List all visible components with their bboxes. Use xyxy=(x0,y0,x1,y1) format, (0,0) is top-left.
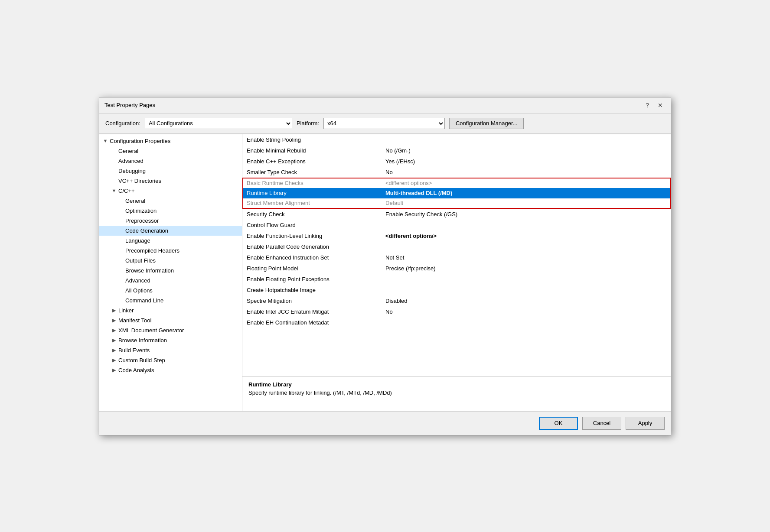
prop-row[interactable]: Control Flow Guard xyxy=(242,220,671,230)
prop-row[interactable]: Enable Floating Point Exceptions xyxy=(242,274,671,285)
prop-row[interactable]: Enable Parallel Code Generation xyxy=(242,241,671,252)
tree-item-cpp-advanced[interactable]: Advanced xyxy=(99,276,242,285)
ok-button[interactable]: OK xyxy=(539,417,578,430)
prop-name: Enable EH Continuation Metadat xyxy=(247,319,385,326)
tree-label-cpp-general: General xyxy=(125,198,145,204)
prop-name: Enable String Pooling xyxy=(247,136,385,143)
prop-name: Control Flow Guard xyxy=(247,222,385,228)
prop-row[interactable]: Enable Minimal RebuildNo (/Gm-) xyxy=(242,145,671,156)
tree-expand-icon-custom-build: ▶ xyxy=(111,357,117,363)
prop-name: Struct Member Alignment xyxy=(247,200,385,206)
tree-item-manifest[interactable]: ▶Manifest Tool xyxy=(99,315,242,325)
prop-name: Spectre Mitigation xyxy=(247,298,385,304)
close-button[interactable]: ✕ xyxy=(655,101,666,110)
tree-item-cpp-precompiled[interactable]: Precompiled Headers xyxy=(99,246,242,256)
tree-label-cpp-precompiled: Precompiled Headers xyxy=(125,247,179,254)
prop-name: Floating Point Model xyxy=(247,265,385,272)
tree-label-cpp: C/C++ xyxy=(118,188,135,194)
tree-item-cpp-codegen[interactable]: Code Generation xyxy=(99,226,242,236)
prop-row[interactable]: Security CheckEnable Security Check (/GS… xyxy=(242,209,671,220)
prop-value: <different options> xyxy=(385,180,666,186)
prop-row[interactable]: Runtime LibraryMulti-threaded DLL (/MD) xyxy=(242,188,671,198)
cancel-button[interactable]: Cancel xyxy=(582,417,621,430)
prop-value: No xyxy=(385,308,666,315)
tree-expand-icon-manifest: ▶ xyxy=(111,318,117,323)
prop-value: Disabled xyxy=(385,298,666,304)
prop-row[interactable]: Enable EH Continuation Metadat xyxy=(242,317,671,328)
prop-row[interactable]: Floating Point ModelPrecise (/fp:precise… xyxy=(242,263,671,274)
tree-item-code-analysis[interactable]: ▶Code Analysis xyxy=(99,365,242,375)
tree-item-cpp-preprocessor[interactable]: Preprocessor xyxy=(99,216,242,226)
prop-row[interactable]: Enable Enhanced Instruction SetNot Set xyxy=(242,252,671,263)
prop-name: Security Check xyxy=(247,211,385,217)
tree-item-cpp-language[interactable]: Language xyxy=(99,236,242,246)
tree-label-build-events: Build Events xyxy=(118,347,150,354)
main-content: ▼Configuration PropertiesGeneralAdvanced… xyxy=(99,134,671,411)
tree-expand-icon-build-events: ▶ xyxy=(111,347,117,353)
prop-value: Default xyxy=(385,200,666,206)
tree-item-config-props[interactable]: ▼Configuration Properties xyxy=(99,136,242,146)
prop-name: Enable Parallel Code Generation xyxy=(247,243,385,250)
tree-item-cpp-general[interactable]: General xyxy=(99,196,242,206)
tree-label-debugging: Debugging xyxy=(118,168,146,174)
tree-item-custom-build[interactable]: ▶Custom Build Step xyxy=(99,355,242,365)
prop-name: Enable Function-Level Linking xyxy=(247,233,385,239)
prop-value: Multi-threaded DLL (/MD) xyxy=(385,190,666,196)
tree-item-cpp-output[interactable]: Output Files xyxy=(99,256,242,266)
prop-value: Enable Security Check (/GS) xyxy=(385,211,666,217)
prop-row[interactable]: Struct Member AlignmentDefault xyxy=(242,198,671,209)
prop-row[interactable]: Enable C++ ExceptionsYes (/EHsc) xyxy=(242,156,671,167)
tree-item-cpp[interactable]: ▼C/C++ xyxy=(99,186,242,196)
tree-item-advanced[interactable]: Advanced xyxy=(99,156,242,166)
tree-label-vc-dirs: VC++ Directories xyxy=(118,178,161,184)
tree-item-cpp-browse[interactable]: Browse Information xyxy=(99,266,242,276)
tree-expand-icon-xml-doc: ▶ xyxy=(111,328,117,333)
platform-label: Platform: xyxy=(297,120,319,127)
tree-item-general[interactable]: General xyxy=(99,146,242,156)
tree-label-cpp-browse: Browse Information xyxy=(125,267,174,274)
prop-row[interactable]: Smaller Type CheckNo xyxy=(242,167,671,178)
config-manager-button[interactable]: Configuration Manager... xyxy=(449,118,524,129)
prop-name: Enable Floating Point Exceptions xyxy=(247,276,385,282)
configuration-select[interactable]: Active(Debug)DebugReleaseAll Configurati… xyxy=(145,118,292,129)
tree-label-cpp-cmdline: Command Line xyxy=(125,297,163,304)
tree-label-config-props: Configuration Properties xyxy=(110,138,170,144)
tree-label-cpp-output: Output Files xyxy=(125,257,156,264)
tree-item-cpp-alloptions[interactable]: All Options xyxy=(99,285,242,295)
tree-item-cpp-cmdline[interactable]: Command Line xyxy=(99,295,242,305)
tree-item-cpp-optimization[interactable]: Optimization xyxy=(99,206,242,216)
prop-name: Create Hotpatchable Image xyxy=(247,287,385,293)
properties-list: Enable String PoolingEnable Minimal Rebu… xyxy=(242,134,671,376)
prop-value: No (/Gm-) xyxy=(385,147,666,154)
description-title: Runtime Library xyxy=(248,381,665,388)
prop-row[interactable]: Enable String Pooling xyxy=(242,134,671,145)
description-panel: Runtime Library Specify runtime library … xyxy=(242,376,671,411)
prop-row[interactable]: Enable Intel JCC Erratum MitigatNo xyxy=(242,306,671,317)
platform-select[interactable]: x64x86Win32 xyxy=(323,118,445,129)
tree-label-cpp-codegen: Code Generation xyxy=(125,227,168,234)
tree-expand-icon-config-props: ▼ xyxy=(103,138,108,143)
tree-expand-icon-cpp: ▼ xyxy=(111,188,117,193)
prop-value: No xyxy=(385,169,666,175)
tree-item-vc-dirs[interactable]: VC++ Directories xyxy=(99,176,242,186)
help-button[interactable]: ? xyxy=(643,101,652,110)
prop-value: Precise (/fp:precise) xyxy=(385,265,666,272)
tree-label-advanced: Advanced xyxy=(118,158,144,164)
prop-row[interactable]: Enable Function-Level Linking<different … xyxy=(242,230,671,241)
tree-label-cpp-preprocessor: Preprocessor xyxy=(125,217,159,224)
toolbar: Configuration: Active(Debug)DebugRelease… xyxy=(99,114,671,134)
prop-value: <different options> xyxy=(385,233,666,239)
tree-label-linker: Linker xyxy=(118,307,134,314)
prop-row[interactable]: Basic Runtime Checks<different options> xyxy=(242,178,671,188)
prop-row[interactable]: Create Hotpatchable Image xyxy=(242,285,671,295)
apply-button[interactable]: Apply xyxy=(626,417,665,430)
prop-name: Basic Runtime Checks xyxy=(247,180,385,186)
tree-label-xml-doc: XML Document Generator xyxy=(118,327,184,334)
tree-item-build-events[interactable]: ▶Build Events xyxy=(99,345,242,355)
prop-row[interactable]: Spectre MitigationDisabled xyxy=(242,295,671,306)
tree-item-linker[interactable]: ▶Linker xyxy=(99,305,242,315)
tree-item-browse-info[interactable]: ▶Browse Information xyxy=(99,335,242,345)
prop-value: Not Set xyxy=(385,254,666,261)
tree-item-debugging[interactable]: Debugging xyxy=(99,166,242,176)
tree-item-xml-doc[interactable]: ▶XML Document Generator xyxy=(99,325,242,335)
